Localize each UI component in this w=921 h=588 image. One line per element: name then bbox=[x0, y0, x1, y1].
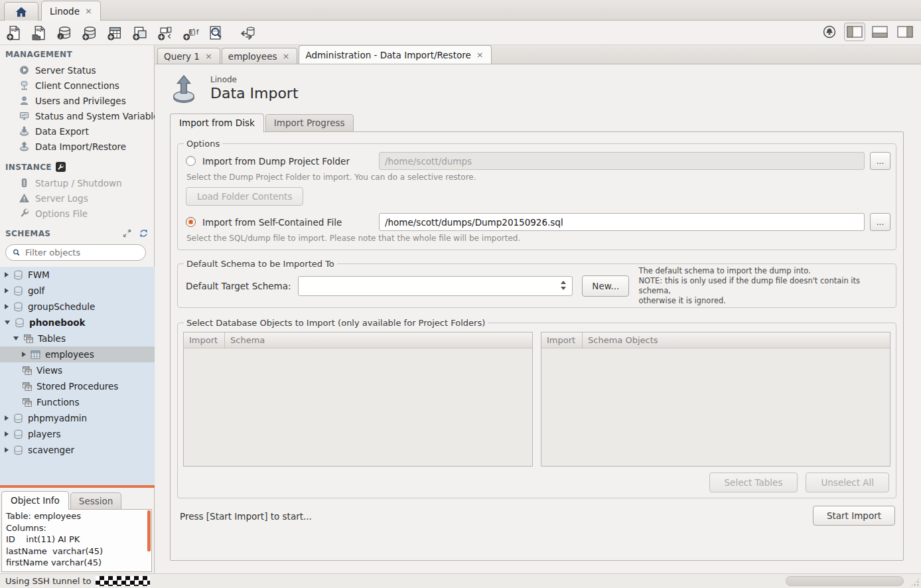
tab-session[interactable]: Session bbox=[70, 492, 122, 510]
radio-import-self-contained-file[interactable] bbox=[186, 217, 196, 227]
default-target-schema-select[interactable] bbox=[298, 276, 573, 296]
schema-tree-item-employees[interactable]: employees bbox=[0, 346, 155, 362]
radio-import-dump-folder[interactable] bbox=[186, 156, 196, 166]
chevron-right-icon[interactable] bbox=[5, 288, 9, 293]
tab-employees[interactable]: employees × bbox=[222, 48, 298, 64]
tab-import-from-disk[interactable]: Import from Disk bbox=[170, 113, 264, 133]
object-info-line: Table: employees bbox=[6, 510, 147, 522]
spinner-down-icon[interactable] bbox=[561, 287, 566, 290]
sidebar-item-server-status[interactable]: Server Status bbox=[0, 62, 155, 78]
tab-query-1[interactable]: Query 1 × bbox=[157, 48, 220, 64]
tree-label: Views bbox=[36, 365, 62, 376]
schema-tree-item-golf[interactable]: golf bbox=[0, 283, 155, 299]
chevron-right-icon[interactable] bbox=[5, 431, 9, 437]
instance-title-text: INSTANCE bbox=[5, 163, 52, 172]
toggle-left-panel-button[interactable] bbox=[844, 23, 865, 41]
tab-label: Session bbox=[79, 496, 113, 506]
schema-tree-item-fwm[interactable]: FWM bbox=[0, 267, 155, 283]
toggle-right-panel-button[interactable] bbox=[894, 23, 916, 41]
chevron-down-icon[interactable] bbox=[13, 336, 19, 340]
create-view-button[interactable] bbox=[129, 23, 151, 42]
close-icon[interactable]: × bbox=[84, 6, 94, 16]
create-schema-button[interactable] bbox=[78, 23, 101, 42]
create-function-button[interactable]: {`f()`}f() bbox=[179, 23, 202, 42]
sidebar-item-options-file[interactable]: Options File bbox=[0, 206, 155, 221]
schemas-table-body[interactable] bbox=[184, 348, 532, 466]
select-objects-group: Select Database Objects to Import (only … bbox=[177, 318, 896, 498]
refresh-icon[interactable] bbox=[139, 228, 149, 238]
notifications-button[interactable] bbox=[819, 23, 840, 41]
unselect-all-button[interactable]: Unselect All bbox=[806, 473, 889, 492]
search-objects-button[interactable] bbox=[204, 23, 227, 42]
select-tables-button[interactable]: Select Tables bbox=[709, 473, 798, 492]
expand-panel-icon[interactable] bbox=[122, 228, 132, 238]
schema-tree-item-stored-procedures[interactable]: Stored Procedures bbox=[0, 378, 155, 394]
sidebar-item-system-variables[interactable]: Status and System Variables bbox=[0, 108, 155, 123]
open-sql-script-button[interactable]: SQL bbox=[28, 23, 50, 42]
close-icon[interactable]: × bbox=[475, 50, 485, 60]
browse-folder-button[interactable]: ... bbox=[870, 152, 890, 170]
schema-tree-item-views[interactable]: Views bbox=[0, 362, 155, 378]
schema-tree-item-scavenger[interactable]: scavenger bbox=[0, 442, 155, 458]
sidebar-item-data-import[interactable]: Data Import/Restore bbox=[0, 139, 155, 154]
schema-tree-item-tables[interactable]: Tables bbox=[0, 331, 155, 346]
radio-label: Import from Dump Project Folder bbox=[202, 156, 379, 167]
create-table-button[interactable] bbox=[104, 23, 126, 42]
tab-object-info[interactable]: Object Info bbox=[1, 491, 69, 510]
new-schema-button[interactable]: New... bbox=[582, 275, 629, 297]
options-legend: Options bbox=[184, 139, 222, 149]
start-import-button[interactable]: Start Import bbox=[813, 506, 895, 526]
sidebar-item-users-privileges[interactable]: Users and Privileges bbox=[0, 93, 155, 108]
schema-tree-item-phonebook[interactable]: phonebook bbox=[0, 315, 155, 331]
tab-label: Administration - Data Import/Restore bbox=[305, 50, 470, 60]
data-export-icon bbox=[19, 125, 30, 137]
chevron-right-icon[interactable] bbox=[22, 352, 26, 357]
window-resize-grip[interactable] bbox=[910, 577, 920, 587]
home-tab[interactable] bbox=[4, 2, 38, 21]
tree-label: Functions bbox=[36, 397, 79, 407]
schema-tree-item-players[interactable]: players bbox=[0, 426, 155, 442]
horizontal-scrollbar-thumb[interactable] bbox=[786, 576, 904, 586]
schema-tree-item-functions[interactable]: Functions bbox=[0, 394, 155, 410]
sync-database-button[interactable] bbox=[236, 23, 259, 42]
tab-import-progress[interactable]: Import Progress bbox=[265, 114, 354, 132]
load-folder-contents-button[interactable]: Load Folder Contents bbox=[186, 187, 303, 206]
spinner-up-icon[interactable] bbox=[561, 281, 566, 284]
chevron-right-icon[interactable] bbox=[5, 415, 9, 421]
column-header-schema[interactable]: Schema bbox=[225, 332, 532, 348]
column-header-schema-objects[interactable]: Schema Objects bbox=[583, 332, 890, 348]
database-info-button[interactable]: i bbox=[53, 23, 76, 42]
data-import-header-icon bbox=[171, 74, 196, 104]
chevron-right-icon[interactable] bbox=[5, 304, 9, 309]
chevron-right-icon[interactable] bbox=[5, 447, 9, 453]
close-icon[interactable]: × bbox=[204, 51, 214, 61]
connection-tab-linode[interactable]: Linode × bbox=[41, 1, 101, 21]
sidebar-item-client-connections[interactable]: Client Connections bbox=[0, 78, 155, 93]
schema-tree-item-phpmyadmin[interactable]: phpmyadmin bbox=[0, 410, 155, 426]
tab-label: employees bbox=[228, 51, 277, 62]
column-header-import[interactable]: Import bbox=[184, 332, 225, 348]
schema-tree-item-groupschedule[interactable]: groupSchedule bbox=[0, 299, 155, 315]
close-icon[interactable]: × bbox=[281, 51, 291, 61]
column-header-import[interactable]: Import bbox=[541, 332, 583, 348]
chevron-right-icon[interactable] bbox=[5, 272, 9, 277]
toggle-bottom-panel-button[interactable] bbox=[869, 23, 890, 41]
dump-folder-path-input[interactable] bbox=[379, 152, 865, 170]
sidebar-item-server-logs[interactable]: Server Logs bbox=[0, 190, 155, 206]
new-sql-tab-button[interactable]: SQL bbox=[3, 23, 25, 42]
chevron-down-icon[interactable] bbox=[5, 321, 10, 325]
browse-file-button[interactable]: ... bbox=[870, 213, 890, 231]
create-procedure-button[interactable] bbox=[154, 23, 177, 42]
schema-filter-input[interactable] bbox=[25, 248, 140, 257]
mysql-workbench-window: Linode × SQL SQL i {`f()`}f() bbox=[0, 0, 921, 588]
left-panel-icon bbox=[847, 26, 863, 38]
tab-data-import-restore[interactable]: Administration - Data Import/Restore × bbox=[299, 45, 491, 64]
tree-label: scavenger bbox=[28, 445, 74, 455]
sidebar-item-startup-shutdown[interactable]: Startup / Shutdown bbox=[0, 175, 155, 190]
server-logs-icon bbox=[19, 192, 30, 204]
schema-objects-table-body[interactable] bbox=[541, 348, 890, 466]
vertical-scrollbar-thumb[interactable] bbox=[147, 510, 151, 551]
sql-file-path-input[interactable] bbox=[379, 213, 865, 231]
startup-shutdown-icon bbox=[19, 177, 30, 188]
sidebar-item-data-export[interactable]: Data Export bbox=[0, 123, 155, 139]
